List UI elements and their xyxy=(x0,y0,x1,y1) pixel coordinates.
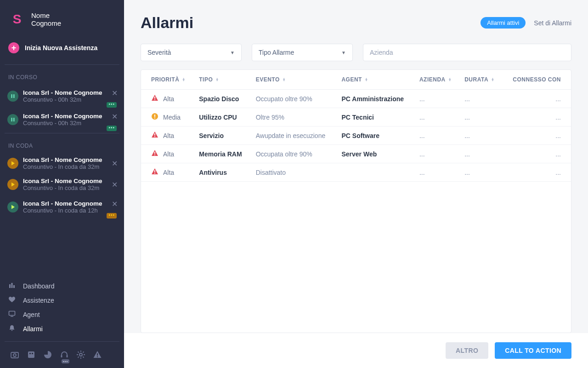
chevron-down-icon: ▼ xyxy=(230,50,235,55)
svg-point-16 xyxy=(79,353,82,356)
nav-dashboard[interactable]: Dashboard xyxy=(5,279,119,293)
session-item[interactable]: Icona Srl - Nome Cognome Consuntivo - In… xyxy=(0,174,124,195)
cell-durata: ... xyxy=(460,145,503,163)
priority-label: Alta xyxy=(163,95,174,103)
cell-tipo: Antivirus xyxy=(194,163,251,182)
nav-label: Assistenze xyxy=(23,297,54,304)
type-label: Tipo Allarme xyxy=(259,49,294,56)
user-last-name: Cognome xyxy=(31,19,61,27)
session-item[interactable]: Icona Srl - Nome Cognome Consuntivo - In… xyxy=(0,195,124,218)
more-icon[interactable]: ••• xyxy=(107,126,117,131)
close-icon[interactable]: ✕ xyxy=(110,179,119,190)
row-more-icon[interactable]: ... xyxy=(503,90,571,108)
col-tipo[interactable]: TIPO▲▼ xyxy=(199,76,219,83)
tab-set-di-allarmi[interactable]: Set di Allarmi xyxy=(534,19,571,27)
close-icon[interactable]: ✕ xyxy=(110,199,119,209)
svg-rect-27 xyxy=(154,155,155,155)
svg-rect-1 xyxy=(13,94,14,98)
play-icon xyxy=(7,158,18,169)
nav-allarmi[interactable]: Allarmi xyxy=(5,322,119,336)
svg-rect-9 xyxy=(11,352,18,358)
table-row[interactable]: AltaMemoria RAMOccupata oltre 90%Server … xyxy=(141,145,571,163)
col-azienda[interactable]: AZIENDA▲▼ xyxy=(419,76,452,83)
severity-icon xyxy=(151,150,158,158)
company-search-input[interactable]: Azienda xyxy=(363,44,571,61)
headset-icon[interactable]: ••• xyxy=(60,350,69,361)
table-row[interactable]: AltaServizioAwupdate in esecuzionePC Sof… xyxy=(141,126,571,145)
svg-rect-4 xyxy=(9,284,11,288)
severity-label: Severità xyxy=(147,49,171,56)
table-row[interactable]: MediaUtilizzo CPUOltre 95%PC Tecnici....… xyxy=(141,108,571,126)
svg-rect-23 xyxy=(154,118,155,119)
alarm-type-select[interactable]: Tipo Allarme ▼ xyxy=(252,44,353,61)
id-card-icon[interactable] xyxy=(27,350,36,361)
severity-icon xyxy=(151,168,158,177)
close-icon[interactable]: ✕ xyxy=(110,88,119,98)
more-icon[interactable]: ••• xyxy=(107,213,117,218)
divider xyxy=(5,341,119,342)
badge-icon: ••• xyxy=(62,359,69,363)
cell-azienda: ... xyxy=(415,90,460,108)
sort-icon: ▲▼ xyxy=(182,78,185,81)
close-icon[interactable]: ✕ xyxy=(110,158,119,169)
table-row[interactable]: AltaSpazio DiscoOccupato oltre 90%PC Amm… xyxy=(141,90,571,108)
nav-agent[interactable]: Agent xyxy=(5,307,119,322)
session-title: Icona Srl - Nome Cognome xyxy=(23,178,105,184)
svg-rect-26 xyxy=(154,152,155,154)
tab-allarmi-attivi[interactable]: Allarmi attivi xyxy=(481,17,526,29)
more-icon[interactable]: ••• xyxy=(107,102,117,108)
new-assistance-button[interactable]: + Inizia Nuova Assistenza xyxy=(5,38,119,58)
gear-icon[interactable] xyxy=(76,350,85,361)
svg-rect-22 xyxy=(154,115,155,117)
session-item[interactable]: Icona Srl - Nome Cognome Consuntivo - 00… xyxy=(0,108,124,131)
svg-rect-18 xyxy=(97,356,98,357)
session-item[interactable]: Icona Srl - Nome Cognome Consuntivo - In… xyxy=(0,153,124,174)
svg-rect-29 xyxy=(154,173,155,174)
cell-evento: Oltre 95% xyxy=(251,108,337,126)
nav-label: Agent xyxy=(23,311,40,318)
svg-rect-0 xyxy=(11,94,12,98)
svg-rect-12 xyxy=(29,353,31,354)
cell-tipo: Memoria RAM xyxy=(194,145,251,163)
filters-row: Severità ▼ Tipo Allarme ▼ Azienda xyxy=(124,40,588,69)
camera-icon[interactable] xyxy=(10,350,19,361)
col-agent[interactable]: AGENT▲▼ xyxy=(341,76,368,83)
session-subtitle: Consuntivo - In coda da 32m xyxy=(23,184,105,191)
svg-rect-13 xyxy=(32,353,33,354)
col-durata[interactable]: DURATA▲▼ xyxy=(464,76,494,83)
cell-evento: Occupato oltre 90% xyxy=(251,90,337,108)
row-more-icon[interactable]: ... xyxy=(503,108,571,126)
cell-agent: PC Amministrazione xyxy=(337,90,414,108)
session-title: Icona Srl - Nome Cognome xyxy=(23,113,105,120)
sidebar: S Nome Cognome + Inizia Nuova Assistenza… xyxy=(0,0,124,368)
col-priorita[interactable]: PRIORITÀ▲▼ xyxy=(151,76,186,83)
cell-evento: Occupata oltre 90% xyxy=(251,145,337,163)
close-icon[interactable]: ✕ xyxy=(110,111,119,122)
severity-select[interactable]: Severità ▼ xyxy=(141,44,242,61)
svg-rect-2 xyxy=(11,118,12,121)
pie-chart-icon[interactable] xyxy=(43,350,52,361)
warning-icon[interactable] xyxy=(93,350,102,361)
cta-button[interactable]: CALL TO ACTION xyxy=(495,342,571,359)
altro-button[interactable]: ALTRO xyxy=(446,342,488,359)
cell-agent: PC Software xyxy=(337,126,414,145)
row-more-icon[interactable]: ... xyxy=(503,145,571,163)
cell-durata: ... xyxy=(460,163,503,182)
nav-label: Dashboard xyxy=(23,282,55,290)
row-more-icon[interactable]: ... xyxy=(503,163,571,182)
priority-label: Alta xyxy=(163,132,174,139)
col-connesso[interactable]: CONNESSO CON xyxy=(513,76,561,83)
monitor-icon xyxy=(8,310,17,319)
sidebar-header: S Nome Cognome xyxy=(0,0,124,36)
nav-assistenze[interactable]: Assistenze xyxy=(5,293,119,307)
table-row[interactable]: AltaAntivirusDisattivato......... xyxy=(141,163,571,182)
session-title: Icona Srl - Nome Cognome xyxy=(23,89,105,96)
svg-rect-17 xyxy=(97,353,98,356)
session-item[interactable]: Icona Srl - Nome Cognome Consuntivo - 00… xyxy=(0,84,124,108)
col-evento[interactable]: EVENTO▲▼ xyxy=(256,76,286,83)
priority-label: Alta xyxy=(163,150,174,158)
page-title: Allarmi xyxy=(141,14,193,32)
svg-rect-24 xyxy=(154,133,155,136)
row-more-icon[interactable]: ... xyxy=(503,126,571,145)
new-assistance-label: Inizia Nuova Assistenza xyxy=(25,44,97,52)
